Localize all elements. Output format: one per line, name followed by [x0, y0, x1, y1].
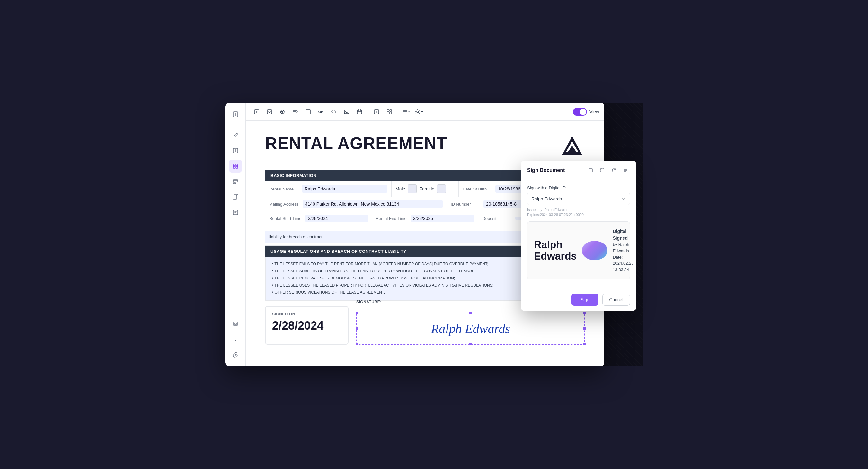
- signature-label: SIGNATURE:: [356, 300, 382, 304]
- svg-rect-38: [390, 112, 392, 114]
- modal-refresh-btn[interactable]: [610, 166, 618, 175]
- modal-body: Sign with a Digital ID Ralph Edwards Iss…: [521, 180, 637, 290]
- female-label: Female: [419, 186, 434, 191]
- format-menu-btn[interactable]: [401, 106, 412, 118]
- svg-rect-36: [390, 110, 392, 112]
- svg-rect-17: [234, 322, 238, 326]
- text-tool-btn[interactable]: T: [251, 106, 262, 118]
- signature-preview: Ralph Edwards Digital Signed by Ralph Ed…: [527, 221, 630, 280]
- modal-footer: Sign Cancel: [521, 290, 637, 311]
- deposit-label: Deposit: [482, 216, 511, 221]
- sidebar-icon-document[interactable]: [229, 108, 242, 121]
- handle-bl[interactable]: [355, 343, 358, 345]
- sidebar-icon-stack[interactable]: [229, 317, 242, 330]
- sidebar-icon-bookmark[interactable]: [229, 333, 242, 346]
- modal-settings-btn[interactable]: [621, 166, 630, 175]
- svg-rect-37: [387, 112, 389, 114]
- modal-dropdown[interactable]: Ralph Edwards: [527, 193, 630, 205]
- sig-time: 13:33:24: [613, 267, 633, 273]
- handle-ml[interactable]: [355, 327, 358, 330]
- indent-tool-btn[interactable]: [289, 106, 301, 118]
- svg-rect-13: [233, 181, 238, 182]
- calendar-tool-btn[interactable]: [354, 106, 365, 118]
- svg-rect-16: [233, 210, 238, 215]
- sidebar-icon-list[interactable]: [229, 144, 242, 157]
- modal-minimize-btn[interactable]: [586, 166, 595, 175]
- sidebar-icon-edit[interactable]: [229, 129, 242, 142]
- gender-field: Male Female: [392, 181, 459, 196]
- sidebar-icon-attachment[interactable]: [229, 348, 242, 361]
- female-radio[interactable]: [437, 184, 446, 193]
- document-logo: [559, 134, 585, 159]
- modal-header-icons: [586, 166, 630, 175]
- id-number-label: ID Number: [451, 202, 479, 207]
- start-time-field: Rental Start Time 2/28/2024: [265, 211, 372, 225]
- start-time-value[interactable]: 2/28/2024: [305, 215, 368, 222]
- grid2-tool-btn[interactable]: [383, 106, 395, 118]
- toolbar: T OK: [246, 103, 604, 121]
- svg-rect-11: [236, 166, 238, 168]
- modal-header: Sign Document: [521, 161, 637, 180]
- svg-text:T: T: [375, 111, 377, 114]
- modal-expand-btn[interactable]: [598, 166, 607, 175]
- handle-tr[interactable]: [583, 312, 586, 314]
- handle-mr[interactable]: [583, 327, 586, 330]
- sign-document-modal: Sign Document Sign with a Digital ID: [521, 161, 637, 311]
- svg-rect-15: [233, 195, 237, 199]
- modal-info: Issued by: Ralph Edwards Expires:2024-03…: [527, 208, 630, 217]
- ok-tool-btn[interactable]: OK: [315, 106, 327, 118]
- male-label: Male: [396, 186, 405, 191]
- sidebar-icon-view[interactable]: [229, 175, 242, 188]
- sign-button[interactable]: Sign: [571, 293, 598, 306]
- rental-name-field: Rental Name Ralph Edwards: [265, 181, 392, 196]
- issued-by: Issued by: Ralph Edwards: [527, 208, 630, 212]
- handle-tm[interactable]: [469, 312, 472, 314]
- svg-point-42: [417, 111, 418, 113]
- toggle-knob: [580, 108, 586, 115]
- male-radio[interactable]: [408, 184, 417, 193]
- svg-rect-18: [235, 323, 237, 325]
- svg-rect-14: [233, 183, 236, 184]
- signature-box[interactable]: Ralph Edwards: [356, 313, 585, 345]
- code-tool-btn[interactable]: [328, 106, 340, 118]
- image-tool-btn[interactable]: [341, 106, 352, 118]
- checkbox-tool-btn[interactable]: [264, 106, 275, 118]
- address-field: Mailing Address 4140 Parker Rd. Allentow…: [265, 197, 447, 211]
- sidebar-divider-1: [230, 125, 241, 125]
- expires: Expires:2024-03-28 07:23:22 +0000: [527, 212, 630, 217]
- table-tool-btn[interactable]: [302, 106, 314, 118]
- sig-name-block: Ralph Edwards: [534, 239, 577, 261]
- sig-digital-info: Digital Signed by Ralph Edwards Date: 20…: [613, 228, 633, 273]
- svg-rect-29: [357, 110, 362, 114]
- svg-point-23: [281, 111, 283, 113]
- sidebar-icon-note[interactable]: [229, 206, 242, 219]
- svg-rect-8: [233, 164, 235, 166]
- address-value[interactable]: 4140 Parker Rd. Allentown, New Mexico 31…: [303, 200, 443, 208]
- text2-tool-btn[interactable]: T: [371, 106, 382, 118]
- view-label: View: [589, 109, 599, 114]
- svg-rect-21: [267, 110, 272, 114]
- sig-stamp: [582, 241, 608, 260]
- radio-tool-btn[interactable]: [277, 106, 288, 118]
- address-label: Mailing Address: [269, 202, 299, 207]
- handle-bm[interactable]: [469, 343, 472, 345]
- start-time-label: Rental Start Time: [269, 216, 301, 221]
- document-title: RENTAL AGREEMENT: [265, 134, 447, 153]
- svg-rect-46: [589, 169, 592, 172]
- sig-date: Date: 2024.02.28: [613, 254, 633, 267]
- signature-text: Ralph Edwards: [431, 321, 510, 336]
- handle-tl[interactable]: [355, 312, 358, 314]
- rental-name-value[interactable]: Ralph Edwards: [302, 185, 388, 193]
- cancel-button[interactable]: Cancel: [602, 293, 630, 306]
- rental-name-label: Rental Name: [269, 187, 298, 191]
- sidebar-icon-grid[interactable]: [229, 160, 242, 173]
- settings-btn[interactable]: [413, 106, 425, 118]
- view-toggle-switch[interactable]: [573, 108, 587, 116]
- end-time-label: Rental End Time: [376, 216, 407, 221]
- svg-rect-10: [233, 166, 235, 168]
- handle-br[interactable]: [583, 343, 586, 345]
- end-time-value[interactable]: 2/28/2025: [410, 215, 474, 222]
- sidebar-icon-pages[interactable]: [229, 190, 242, 204]
- signature-row: SIGNED ON 2/28/2024 SIGNATURE:: [265, 306, 585, 345]
- modal-section-label: Sign with a Digital ID: [527, 185, 630, 190]
